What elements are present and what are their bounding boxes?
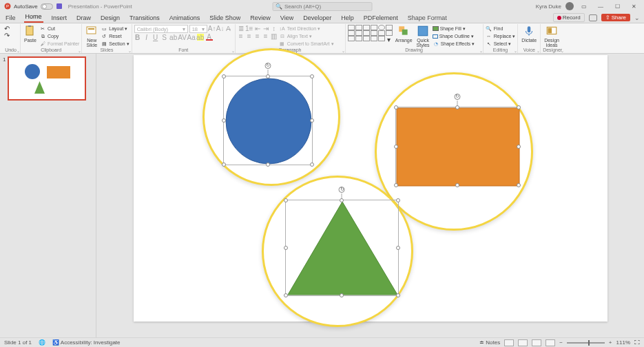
spacing-icon[interactable]: AV <box>179 34 186 41</box>
clear-format-icon[interactable]: A̶ <box>225 25 232 32</box>
justify-icon[interactable]: ≡ <box>262 32 269 39</box>
tab-draw[interactable]: Draw <box>75 13 92 23</box>
shapes-gallery[interactable]: ▾ <box>348 25 393 43</box>
shape-effects-button[interactable]: ◔Shape Effects▾ <box>433 40 475 48</box>
tab-design[interactable]: Design <box>99 13 121 23</box>
normal-view-icon[interactable] <box>504 339 514 346</box>
strike-icon[interactable]: S <box>161 34 168 41</box>
rectangle-shape[interactable] <box>396 107 520 187</box>
thumbnail-pane[interactable]: 1 <box>0 54 96 337</box>
record-button[interactable]: Record <box>553 13 585 22</box>
triangle-shape[interactable] <box>286 200 399 297</box>
tab-view[interactable]: View <box>279 13 295 23</box>
tab-review[interactable]: Review <box>249 13 272 23</box>
columns-icon[interactable]: ▥ <box>271 32 278 39</box>
font-size-select[interactable]: 18▾ <box>189 25 207 33</box>
tab-help[interactable]: Help <box>340 13 355 23</box>
tab-file[interactable]: File <box>4 13 17 23</box>
quick-styles-button[interactable]: Quick Styles <box>415 25 431 48</box>
arrange-button[interactable]: Arrange <box>394 25 414 43</box>
layout-button[interactable]: ▭Layout▾ <box>101 25 129 32</box>
rotate-handle-icon[interactable] <box>264 63 271 69</box>
bullets-icon[interactable]: ≣ <box>238 25 245 32</box>
tab-home[interactable]: Home <box>24 12 43 23</box>
collapse-ribbon-icon[interactable]: ⌄ <box>634 14 640 21</box>
shape-selection-box[interactable] <box>395 107 519 186</box>
align-right-icon[interactable]: ≡ <box>254 32 261 39</box>
shapes-more-icon[interactable]: ▾ <box>386 36 393 43</box>
slideshow-view-icon[interactable] <box>546 339 555 346</box>
dictate-button[interactable]: Dictate <box>520 25 538 43</box>
tab-insert[interactable]: Insert <box>50 13 69 23</box>
align-text-button[interactable]: ⊟Align Text▾ <box>279 32 334 40</box>
find-button[interactable]: 🔍Find <box>486 25 516 32</box>
zoom-level[interactable]: 111% <box>616 339 630 346</box>
reset-button[interactable]: ↺Reset <box>101 32 129 40</box>
format-painter-button[interactable]: 🖌Format Painter <box>39 40 79 48</box>
rotate-handle-icon[interactable] <box>339 187 345 193</box>
slide-thumbnail[interactable] <box>8 56 86 101</box>
copy-button[interactable]: ⧉Copy <box>39 32 79 40</box>
font-family-select[interactable]: Calibri (Body)▾ <box>134 25 188 33</box>
shape-outline-button[interactable]: Shape Outline▾ <box>433 32 475 40</box>
tab-slideshow[interactable]: Slide Show <box>208 13 242 23</box>
section-button[interactable]: ▤Section▾ <box>101 40 129 48</box>
align-center-icon[interactable]: ≡ <box>246 32 253 39</box>
comments-icon[interactable] <box>589 14 597 21</box>
italic-icon[interactable]: I <box>143 34 150 41</box>
shape-selection-box[interactable] <box>285 200 399 296</box>
undo-icon[interactable]: ↶ <box>3 25 10 32</box>
highlight-icon[interactable]: ab <box>197 34 204 41</box>
fit-to-window-icon[interactable]: ⛶ <box>634 339 640 346</box>
circle-shape[interactable] <box>224 76 313 166</box>
indent-dec-icon[interactable]: ⇤ <box>254 25 261 32</box>
increase-font-icon[interactable]: A↑ <box>209 25 216 32</box>
new-slide-button[interactable]: New Slide <box>84 25 99 48</box>
ribbon-display-icon[interactable]: ▭ <box>578 1 590 11</box>
indent-inc-icon[interactable]: ⇥ <box>262 25 269 32</box>
paste-button[interactable]: Paste <box>23 25 38 43</box>
shape-fill-button[interactable]: Shape Fill▾ <box>433 25 475 32</box>
sorter-view-icon[interactable] <box>518 339 528 346</box>
tab-shape-format[interactable]: Shape Format <box>406 13 448 23</box>
notes-button[interactable]: ≐ Notes <box>479 339 500 346</box>
shape-selection-box[interactable] <box>223 76 313 165</box>
close-icon[interactable]: ✕ <box>627 1 640 11</box>
bold-icon[interactable]: B <box>134 34 141 41</box>
zoom-in-icon[interactable]: + <box>609 339 612 346</box>
shadow-icon[interactable]: ab <box>170 34 177 41</box>
zoom-out-icon[interactable]: − <box>559 339 563 346</box>
select-button[interactable]: ↖Select▾ <box>486 40 516 48</box>
redo-icon[interactable]: ↷ <box>3 32 10 39</box>
cut-button[interactable]: ✂Cut <box>39 25 79 32</box>
slide-editor[interactable] <box>96 54 644 337</box>
language-status[interactable]: 🌐 <box>39 339 45 346</box>
text-direction-button[interactable]: ↕AText Direction▾ <box>279 25 334 32</box>
numbering-icon[interactable]: 1≡ <box>246 25 253 32</box>
tab-developer[interactable]: Developer <box>302 13 333 23</box>
search-box[interactable]: 🔍 Search (Alt+Q) <box>272 2 372 11</box>
user-avatar[interactable] <box>565 2 574 10</box>
share-button[interactable]: ⇧Share <box>601 14 630 21</box>
line-spacing-icon[interactable]: ↕ <box>271 25 278 32</box>
zoom-slider[interactable] <box>567 342 605 344</box>
rotate-handle-icon[interactable] <box>454 94 460 100</box>
replace-button[interactable]: ↔Replace▾ <box>486 32 516 40</box>
maximize-icon[interactable]: ☐ <box>611 1 623 11</box>
slide-canvas[interactable] <box>134 55 607 322</box>
accessibility-status[interactable]: ♿ Accessibility: Investigate <box>52 339 120 346</box>
tab-animations[interactable]: Animations <box>168 13 202 23</box>
minimize-icon[interactable]: — <box>594 1 607 11</box>
align-left-icon[interactable]: ≡ <box>238 32 245 39</box>
underline-icon[interactable]: U <box>152 34 159 41</box>
convert-smartart-button[interactable]: ▦Convert to SmartArt▾ <box>279 40 334 48</box>
decrease-font-icon[interactable]: A↓ <box>217 25 224 32</box>
autosave-toggle[interactable] <box>41 3 53 10</box>
reading-view-icon[interactable] <box>532 339 541 346</box>
design-ideas-button[interactable]: Design Ideas <box>543 25 561 48</box>
tab-pdfelement[interactable]: PDFelement <box>362 13 399 23</box>
case-icon[interactable]: Aa <box>188 34 195 41</box>
save-icon[interactable] <box>56 3 63 10</box>
font-color-icon[interactable]: A <box>206 34 213 41</box>
tab-transitions[interactable]: Transitions <box>128 13 161 23</box>
